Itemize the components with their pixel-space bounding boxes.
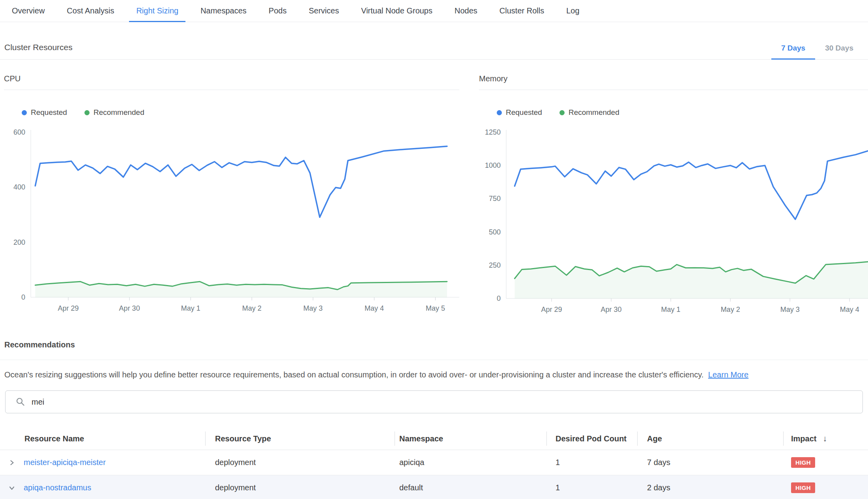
tab-namespaces[interactable]: Namespaces bbox=[189, 0, 258, 22]
svg-text:May 5: May 5 bbox=[426, 304, 445, 312]
tab-cluster-rolls[interactable]: Cluster Rolls bbox=[488, 0, 555, 22]
svg-text:600: 600 bbox=[13, 128, 25, 136]
memory-chart-title: Memory bbox=[479, 73, 868, 90]
svg-text:May 1: May 1 bbox=[181, 304, 200, 312]
cell-namespace: default bbox=[395, 483, 546, 492]
learn-more-link[interactable]: Learn More bbox=[708, 370, 748, 379]
svg-text:May 3: May 3 bbox=[303, 304, 323, 312]
cell-desired-pod-count: 1 bbox=[546, 458, 637, 467]
recommendations-description: Ocean's resizing suggestions will help y… bbox=[4, 369, 860, 381]
svg-text:May 1: May 1 bbox=[661, 306, 681, 313]
cpu-chart-panel: CPU Requested Recommended 0200400600Apr … bbox=[4, 73, 459, 315]
header-resource-name: Resource Name bbox=[24, 428, 205, 450]
tab-virtual-node-groups[interactable]: Virtual Node Groups bbox=[350, 0, 443, 22]
cpu-chart-title: CPU bbox=[4, 73, 459, 90]
svg-text:May 3: May 3 bbox=[780, 306, 800, 313]
range-7-days[interactable]: 7 Days bbox=[771, 37, 815, 59]
requested-series-dot-icon bbox=[22, 110, 27, 115]
svg-text:200: 200 bbox=[13, 238, 25, 246]
resource-name-link[interactable]: meister-apiciqa-meister bbox=[24, 458, 205, 467]
tab-pods[interactable]: Pods bbox=[258, 0, 298, 22]
impact-header-label: Impact bbox=[791, 434, 816, 443]
legend-label: Recommended bbox=[94, 108, 144, 117]
svg-text:Apr 29: Apr 29 bbox=[58, 304, 79, 312]
recommendations-table: Resource Name Resource Type Namespace De… bbox=[0, 428, 868, 499]
tab-right-sizing[interactable]: Right Sizing bbox=[125, 0, 189, 22]
svg-text:1250: 1250 bbox=[485, 128, 501, 136]
svg-text:Apr 30: Apr 30 bbox=[601, 306, 622, 313]
svg-text:May 2: May 2 bbox=[721, 306, 740, 313]
search-icon bbox=[16, 397, 25, 407]
header-namespace: Namespace bbox=[395, 428, 546, 450]
recommended-series-dot-icon bbox=[559, 110, 565, 115]
cell-age: 2 days bbox=[637, 483, 783, 492]
memory-chart-panel: Memory Requested Recommended 02505007501… bbox=[479, 73, 868, 315]
table-header-row: Resource Name Resource Type Namespace De… bbox=[0, 428, 868, 450]
cell-namespace: apiciqa bbox=[395, 458, 546, 467]
cluster-resources-header: Cluster Resources 7 Days 30 Days bbox=[0, 22, 868, 60]
legend-item-requested: Requested bbox=[497, 108, 542, 117]
recommendations-heading: Recommendations bbox=[4, 340, 75, 349]
chevron-right-icon[interactable] bbox=[7, 458, 16, 467]
impact-high-badge: HIGH bbox=[791, 482, 815, 493]
cell-resource-type: deployment bbox=[205, 483, 395, 492]
tab-log[interactable]: Log bbox=[555, 0, 590, 22]
tab-services[interactable]: Services bbox=[297, 0, 350, 22]
description-text: Ocean's resizing suggestions will help y… bbox=[4, 370, 703, 379]
cell-impact: HIGH bbox=[783, 482, 868, 493]
legend-label: Requested bbox=[31, 108, 67, 117]
legend-label: Requested bbox=[506, 108, 542, 117]
page-title: Cluster Resources bbox=[4, 43, 73, 52]
table-row[interactable]: meister-apiciqa-meister deployment apici… bbox=[0, 450, 868, 475]
tab-overview[interactable]: Overview bbox=[1, 0, 56, 22]
svg-text:Apr 30: Apr 30 bbox=[119, 304, 140, 312]
header-resource-type: Resource Type bbox=[205, 428, 395, 450]
svg-text:May 4: May 4 bbox=[840, 306, 859, 313]
svg-text:250: 250 bbox=[489, 261, 501, 269]
right-sizing-page: Overview Cost Analysis Right Sizing Name… bbox=[0, 0, 868, 499]
header-age: Age bbox=[637, 428, 783, 450]
memory-chart-legend: Requested Recommended bbox=[497, 108, 868, 117]
search-input[interactable] bbox=[32, 398, 857, 407]
tab-cost-analysis[interactable]: Cost Analysis bbox=[56, 0, 125, 22]
cell-age: 7 days bbox=[637, 458, 783, 467]
tab-nodes[interactable]: Nodes bbox=[443, 0, 488, 22]
legend-item-recommended: Recommended bbox=[559, 108, 619, 117]
range-30-days[interactable]: 30 Days bbox=[815, 37, 863, 59]
cell-desired-pod-count: 1 bbox=[546, 483, 637, 492]
memory-chart: 025050075010001250Apr 29Apr 30May 1May 2… bbox=[479, 126, 868, 315]
top-tab-bar: Overview Cost Analysis Right Sizing Name… bbox=[0, 0, 868, 22]
svg-text:1000: 1000 bbox=[485, 161, 501, 169]
legend-label: Recommended bbox=[569, 108, 619, 117]
chevron-down-icon[interactable] bbox=[7, 484, 16, 492]
svg-text:Apr 29: Apr 29 bbox=[541, 306, 562, 313]
requested-series-dot-icon bbox=[497, 110, 502, 115]
header-desired-pod-count: Desired Pod Count bbox=[546, 428, 637, 450]
cell-impact: HIGH bbox=[783, 457, 868, 468]
impact-high-badge: HIGH bbox=[791, 457, 815, 468]
svg-text:May 4: May 4 bbox=[365, 304, 384, 312]
sort-descending-icon[interactable]: ↓ bbox=[823, 434, 827, 443]
resource-name-link[interactable]: apiqa-nostradamus bbox=[24, 483, 205, 492]
legend-item-requested: Requested bbox=[22, 108, 67, 117]
svg-text:May 2: May 2 bbox=[242, 304, 262, 312]
legend-item-recommended: Recommended bbox=[84, 108, 144, 117]
cpu-chart: 0200400600Apr 29Apr 30May 1May 2May 3May… bbox=[4, 126, 459, 315]
divider bbox=[0, 360, 868, 360]
header-impact[interactable]: Impact ↓ bbox=[783, 428, 868, 450]
svg-text:400: 400 bbox=[13, 183, 25, 191]
table-row[interactable]: apiqa-nostradamus deployment default 1 2… bbox=[0, 475, 868, 499]
expander-column-header bbox=[0, 428, 24, 450]
svg-text:0: 0 bbox=[497, 295, 501, 302]
cell-resource-type: deployment bbox=[205, 458, 395, 467]
resource-search-box bbox=[5, 390, 863, 413]
cpu-chart-legend: Requested Recommended bbox=[22, 108, 459, 117]
svg-text:0: 0 bbox=[21, 293, 25, 301]
recommended-series-dot-icon bbox=[84, 110, 90, 115]
svg-text:750: 750 bbox=[489, 195, 501, 203]
svg-text:500: 500 bbox=[489, 228, 501, 236]
time-range-toggle: 7 Days 30 Days bbox=[771, 37, 863, 59]
